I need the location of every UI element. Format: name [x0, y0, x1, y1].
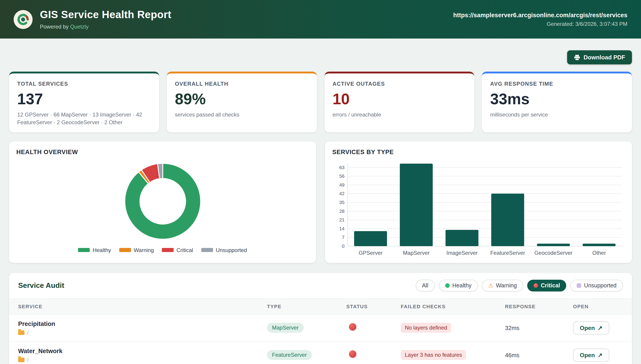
main-content: Download PDF TOTAL SERVICES 137 12 GPSer… — [0, 38, 641, 364]
critical-status-icon — [349, 324, 356, 331]
stat-label: AVG RESPONSE TIME — [490, 81, 624, 87]
legend-swatch-critical — [162, 248, 174, 252]
audit-filters: All Healthy ⚠ Warning Critical — [416, 280, 623, 292]
services-bar-chart: 071421283542495663GPServerMapServerImage… — [332, 160, 625, 261]
open-label: Open — [580, 324, 595, 331]
status-cell — [346, 324, 401, 332]
download-pdf-button[interactable]: Download PDF — [567, 50, 632, 64]
column-header-status: STATUS — [346, 299, 401, 314]
legend-label: Healthy — [93, 247, 111, 254]
path-text: / — [27, 357, 28, 363]
unsupported-square-icon — [577, 283, 582, 288]
svg-text:35: 35 — [339, 200, 344, 205]
services-by-type-title: SERVICES BY TYPE — [332, 149, 625, 156]
powered-by-prefix: Powered by — [40, 24, 69, 30]
svg-text:FeatureServer: FeatureServer — [490, 250, 525, 256]
table-header-row: SERVICE TYPE STATUS FAILED CHECKS RESPON… — [9, 298, 632, 314]
stat-label: ACTIVE OUTAGES — [332, 81, 466, 87]
svg-text:ImageServer: ImageServer — [446, 250, 477, 256]
open-cell: Open ↗ — [573, 322, 623, 334]
filter-warning-button[interactable]: ⚠ Warning — [482, 280, 523, 292]
filter-label: All — [422, 282, 428, 289]
brand: GIS Service Health Report Powered by Que… — [14, 8, 171, 30]
service-cell: Water_Network / — [18, 348, 267, 363]
table-row: Water_Network / FeatureServer Layer 3 ha… — [9, 342, 632, 364]
external-link-icon: ↗ — [598, 352, 602, 358]
svg-text:49: 49 — [339, 182, 344, 187]
service-audit-card: Service Audit All Healthy ⚠ Warning — [9, 273, 632, 364]
svg-text:56: 56 — [339, 174, 344, 178]
powered-by-brand[interactable]: Quetzly — [70, 24, 88, 30]
svg-text:7: 7 — [342, 234, 344, 240]
legend-swatch-healthy — [78, 248, 90, 252]
column-header-service: SERVICE — [18, 299, 267, 314]
type-badge: MapServer — [267, 323, 304, 333]
critical-status-icon — [349, 351, 356, 358]
service-name: Water_Network — [18, 348, 267, 354]
filter-label: Unsupported — [584, 282, 616, 289]
filter-critical-button[interactable]: Critical — [527, 280, 566, 292]
critical-dot-icon — [534, 283, 538, 288]
stat-subtext: milliseconds per service — [490, 111, 624, 118]
stats-row: TOTAL SERVICES 137 12 GPServer · 66 MapS… — [9, 72, 632, 132]
stat-subtext: 12 GPServer · 66 MapServer · 13 ImageSer… — [17, 111, 151, 126]
audit-header: Service Audit All Healthy ⚠ Warning — [9, 273, 632, 298]
service-name: Precipitation — [18, 320, 267, 327]
stat-value: 33ms — [490, 91, 624, 108]
svg-text:GeocodeServer: GeocodeServer — [534, 250, 572, 256]
legend-label: Warning — [134, 247, 154, 254]
app-header: GIS Service Health Report Powered by Que… — [0, 0, 641, 38]
column-header-failed-checks: FAILED CHECKS — [401, 299, 505, 314]
audit-table: SERVICE TYPE STATUS FAILED CHECKS RESPON… — [9, 298, 632, 364]
stat-value: 10 — [332, 91, 466, 108]
legend-swatch-unsupported — [201, 248, 213, 252]
failed-checks-cell: Layer 3 has no features — [401, 350, 505, 360]
path-text: / — [27, 330, 28, 336]
stat-subtext: services passed all checks — [175, 111, 309, 118]
svg-text:63: 63 — [339, 164, 344, 170]
bar-chart-svg: 071421283542495663GPServerMapServerImage… — [332, 160, 625, 259]
open-cell: Open ↗ — [573, 348, 623, 362]
failed-check-badge: No layers defined — [401, 323, 451, 333]
filter-healthy-button[interactable]: Healthy — [439, 280, 478, 292]
legend-swatch-warning — [119, 248, 131, 252]
service-cell: Precipitation / — [18, 320, 267, 336]
folder-icon — [18, 330, 24, 335]
filter-label: Healthy — [452, 282, 472, 289]
filter-all-button[interactable]: All — [416, 280, 435, 292]
page-title: GIS Service Health Report — [40, 8, 171, 21]
response-time: 46ms — [505, 352, 573, 358]
server-url[interactable]: https://sampleserver6.arcgisonline.com/a… — [453, 12, 628, 18]
header-meta: https://sampleserver6.arcgisonline.com/a… — [453, 12, 628, 27]
type-badge: FeatureServer — [267, 350, 312, 360]
printer-icon — [574, 54, 580, 60]
health-overview-card: HEALTH OVERVIEW Healthy Warning — [9, 142, 316, 263]
stat-card-total-services: TOTAL SERVICES 137 12 GPServer · 66 MapS… — [9, 72, 159, 132]
filter-unsupported-button[interactable]: Unsupported — [570, 280, 623, 292]
warning-triangle-icon: ⚠ — [488, 283, 493, 288]
column-header-open: OPEN — [573, 299, 623, 314]
charts-row: HEALTH OVERVIEW Healthy Warning — [9, 142, 632, 263]
svg-text:Other: Other — [592, 250, 606, 256]
open-service-button[interactable]: Open ↗ — [573, 322, 609, 334]
donut-chart-svg — [120, 158, 206, 244]
actions-row: Download PDF — [9, 50, 632, 64]
failed-check-badge: Layer 3 has no features — [401, 350, 466, 360]
failed-checks-cell: No layers defined — [401, 323, 505, 333]
legend-label: Unsupported — [216, 247, 247, 254]
open-service-button[interactable]: Open ↗ — [573, 348, 609, 362]
status-cell — [346, 351, 401, 360]
stat-subtext: errors / unreachable — [332, 111, 466, 118]
column-header-response: RESPONSE — [505, 299, 573, 314]
brand-text: GIS Service Health Report Powered by Que… — [40, 8, 171, 30]
legend-item-warning: Warning — [119, 247, 154, 254]
stat-value: 89% — [175, 91, 309, 108]
powered-by: Powered by Quetzly — [40, 24, 171, 30]
donut-legend: Healthy Warning Critical Unsupported — [16, 247, 309, 254]
stat-value: 137 — [17, 91, 151, 108]
filter-label: Warning — [496, 282, 517, 289]
download-pdf-label: Download PDF — [584, 54, 625, 61]
svg-text:0: 0 — [342, 244, 344, 249]
stat-card-active-outages: ACTIVE OUTAGES 10 errors / unreachable — [324, 72, 474, 132]
table-row: Precipitation / MapServer No layers defi… — [9, 314, 632, 342]
